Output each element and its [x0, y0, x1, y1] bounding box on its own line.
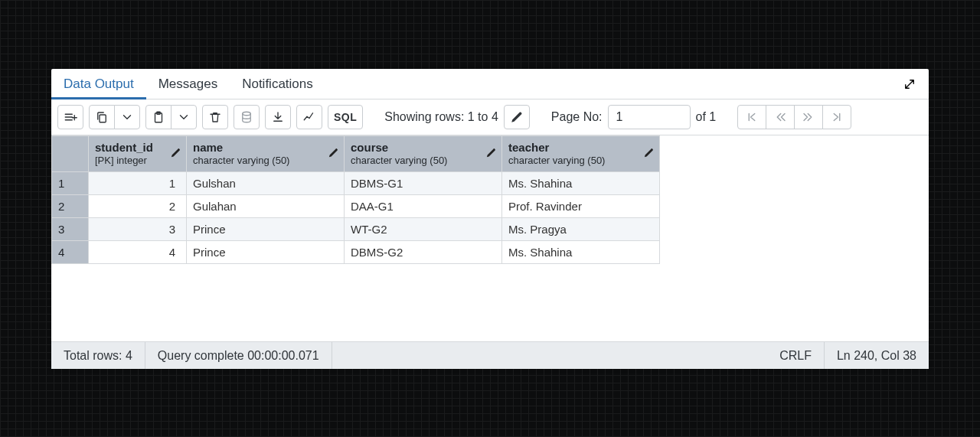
last-page-button[interactable]	[822, 105, 851, 129]
copy-dropdown-button[interactable]	[114, 105, 140, 129]
column-type: character varying (50)	[193, 155, 338, 167]
column-name: course	[351, 141, 495, 155]
pagination-group	[737, 105, 851, 129]
sql-label: SQL	[334, 111, 357, 123]
column-type: character varying (50)	[508, 155, 653, 167]
cell-student_id[interactable]: 2	[89, 194, 187, 217]
sql-button[interactable]: SQL	[328, 105, 363, 129]
toolbar: SQL Showing rows: 1 to 4 Page No: of 1	[51, 99, 929, 135]
prev-page-button[interactable]	[766, 105, 795, 129]
chart-line-icon	[302, 110, 316, 124]
next-page-icon	[802, 110, 815, 124]
status-query-time: Query complete 00:00:00.071	[145, 342, 332, 369]
expand-button[interactable]	[898, 73, 921, 96]
status-cursor[interactable]: Ln 240, Col 38	[825, 342, 929, 369]
graph-button[interactable]	[296, 105, 322, 129]
column-type: character varying (50)	[351, 155, 495, 167]
row-number-header[interactable]	[52, 136, 89, 172]
add-row-icon	[64, 110, 77, 124]
paste-button[interactable]	[145, 105, 172, 129]
cell-teacher[interactable]: Ms. Shahina	[502, 171, 660, 194]
table-row[interactable]: 22GulahanDAA-G1Prof. Ravinder	[52, 194, 660, 217]
table-row[interactable]: 44PrinceDBMS-G2Ms. Shahina	[52, 240, 660, 263]
column-name: student_id	[95, 141, 180, 155]
tab-label: Messages	[158, 77, 217, 92]
cell-student_id[interactable]: 4	[89, 240, 187, 263]
download-icon	[271, 110, 285, 124]
prev-page-icon	[773, 110, 787, 124]
database-icon	[240, 110, 253, 124]
data-table: student_id[PK] integernamecharacter vary…	[51, 135, 660, 264]
cell-teacher[interactable]: Ms. Pragya	[502, 217, 660, 240]
cell-course[interactable]: DBMS-G1	[345, 171, 502, 194]
svg-point-3	[243, 112, 251, 116]
expand-diagonal-icon	[903, 77, 916, 91]
cell-student_id[interactable]: 1	[89, 171, 187, 194]
table-row[interactable]: 11GulshanDBMS-G1Ms. Shahina	[52, 171, 660, 194]
tab-data-output[interactable]: Data Output	[51, 69, 146, 99]
save-data-button[interactable]	[234, 105, 260, 129]
tab-label: Notifications	[242, 77, 313, 92]
copy-button[interactable]	[89, 105, 115, 129]
last-page-icon	[830, 110, 844, 124]
cell-course[interactable]: WT-G2	[345, 217, 502, 240]
column-type: [PK] integer	[95, 155, 180, 167]
column-name: name	[193, 141, 338, 155]
cell-student_id[interactable]: 3	[89, 217, 187, 240]
pencil-icon[interactable]	[485, 147, 497, 161]
next-page-button[interactable]	[794, 105, 823, 129]
cell-name[interactable]: Prince	[187, 240, 345, 263]
delete-row-button[interactable]	[202, 105, 228, 129]
pencil-icon[interactable]	[643, 147, 655, 161]
tab-notifications[interactable]: Notifications	[230, 69, 325, 99]
edit-rows-button[interactable]	[504, 105, 530, 129]
add-row-button[interactable]	[57, 105, 83, 129]
trash-icon	[208, 110, 222, 124]
rows-range-label: Showing rows: 1 to 4	[384, 110, 498, 124]
pencil-icon[interactable]	[170, 147, 181, 161]
first-page-icon	[745, 110, 759, 124]
cell-course[interactable]: DAA-G1	[345, 194, 502, 217]
column-header-name[interactable]: namecharacter varying (50)	[187, 136, 345, 172]
cell-name[interactable]: Gulshan	[187, 171, 345, 194]
cell-teacher[interactable]: Ms. Shahina	[502, 240, 660, 263]
cell-name[interactable]: Prince	[187, 217, 345, 240]
table-head: student_id[PK] integernamecharacter vary…	[52, 136, 660, 172]
column-header-student_id[interactable]: student_id[PK] integer	[89, 136, 187, 172]
cell-teacher[interactable]: Prof. Ravinder	[502, 194, 660, 217]
paste-group	[145, 105, 197, 129]
paste-dropdown-button[interactable]	[171, 105, 197, 129]
row-number-cell[interactable]: 4	[52, 240, 89, 263]
page-no-label: Page No:	[551, 110, 603, 124]
tab-messages[interactable]: Messages	[146, 69, 230, 99]
table-row[interactable]: 33PrinceWT-G2Ms. Pragya	[52, 217, 660, 240]
cell-course[interactable]: DBMS-G2	[345, 240, 502, 263]
table-area: student_id[PK] integernamecharacter vary…	[51, 135, 929, 341]
row-number-cell[interactable]: 2	[52, 194, 89, 217]
chevron-down-icon	[177, 110, 191, 124]
table-body: 11GulshanDBMS-G1Ms. Shahina22GulahanDAA-…	[52, 171, 660, 263]
tab-label: Data Output	[64, 77, 134, 92]
column-header-teacher[interactable]: teachercharacter varying (50)	[502, 136, 660, 172]
column-name: teacher	[508, 141, 653, 155]
chevron-down-icon	[120, 110, 134, 124]
result-panel: Data Output Messages Notifications	[51, 69, 929, 369]
svg-rect-0	[100, 115, 106, 122]
column-header-course[interactable]: coursecharacter varying (50)	[345, 136, 502, 172]
first-page-button[interactable]	[737, 105, 766, 129]
row-number-cell[interactable]: 3	[52, 217, 89, 240]
page-total-label: of 1	[696, 110, 717, 124]
pencil-icon	[510, 110, 524, 124]
tabs: Data Output Messages Notifications	[51, 69, 929, 99]
copy-icon	[95, 110, 109, 124]
pencil-icon[interactable]	[328, 147, 339, 161]
download-button[interactable]	[265, 105, 291, 129]
clipboard-icon	[152, 110, 165, 124]
cell-name[interactable]: Gulahan	[187, 194, 345, 217]
status-total-rows: Total rows: 4	[51, 342, 145, 369]
copy-group	[89, 105, 140, 129]
status-eol[interactable]: CRLF	[767, 342, 825, 369]
status-bar: Total rows: 4 Query complete 00:00:00.07…	[51, 341, 929, 369]
row-number-cell[interactable]: 1	[52, 171, 89, 194]
page-number-input[interactable]	[608, 105, 691, 129]
